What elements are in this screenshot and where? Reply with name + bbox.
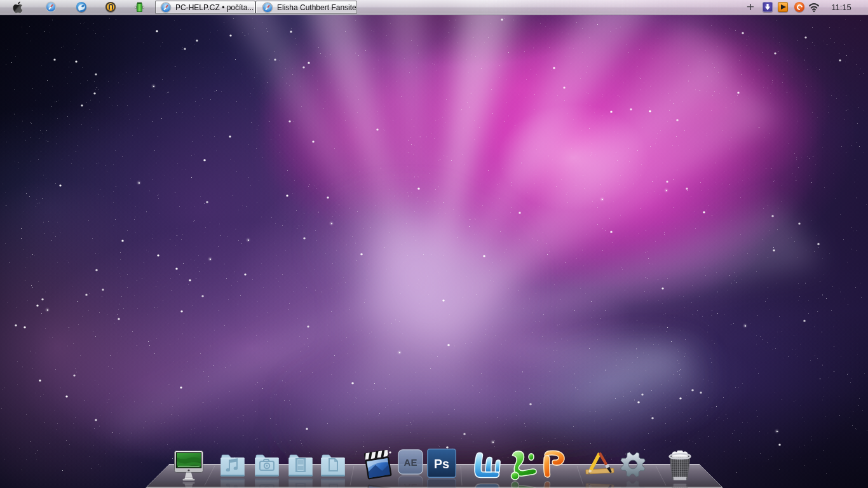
svg-text:Ps: Ps [434,457,449,471]
svg-text:AE: AE [404,457,417,468]
